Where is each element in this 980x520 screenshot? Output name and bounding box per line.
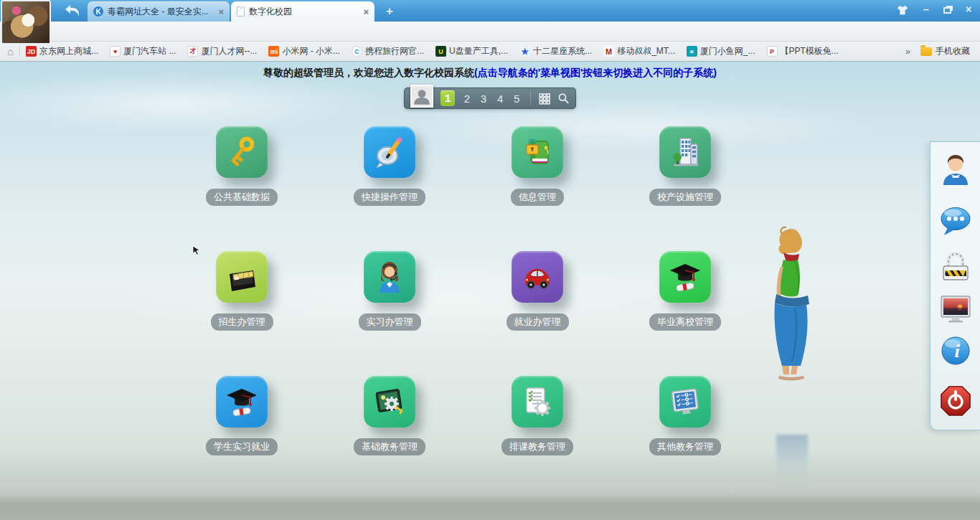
page-button-2[interactable]: 2	[462, 93, 471, 105]
file-cabinet-icon	[225, 260, 259, 294]
close-button[interactable]: ×	[961, 4, 976, 15]
woman-reflection	[776, 435, 808, 485]
bookmark-xiaomi[interactable]: mi小米网 - 小米...	[268, 45, 340, 57]
page-button-3[interactable]: 3	[479, 93, 488, 105]
bookmarks-overflow-chevron[interactable]: »	[905, 46, 910, 57]
app-grid: 公共基础数据 快捷操作管理 信息管理 校产设施管理 招生办管理 实习办管理 就业…	[168, 126, 759, 501]
standing-woman-photo	[766, 224, 816, 446]
page-button-1[interactable]: 1	[440, 90, 456, 106]
floating-sidebar	[930, 141, 980, 430]
search-icon[interactable]	[557, 92, 570, 105]
graduation-cap-icon	[668, 260, 702, 294]
app-label: 招生办管理	[211, 313, 273, 331]
display-wallpaper-icon[interactable]	[938, 291, 974, 327]
browser-titlebar: K 毒霸网址大全 - 最安全实... × 数字化校园 × + – ×	[0, 0, 980, 22]
bookmark-xiamen-bus[interactable]: ♥厦门汽车站 ...	[110, 45, 176, 57]
red-car-icon	[520, 260, 555, 294]
app-label: 就业办管理	[507, 313, 569, 331]
app-student-internship[interactable]	[216, 376, 268, 427]
restore-button[interactable]	[943, 7, 951, 14]
app-internship-office[interactable]	[364, 251, 415, 303]
duba-favicon: K	[93, 6, 103, 16]
app-label: 公共基础数据	[206, 189, 278, 206]
app-label: 校产设施管理	[649, 189, 721, 206]
tab-digital-school[interactable]: 数字化校园 ×	[231, 1, 374, 22]
app-employment-office[interactable]	[512, 251, 563, 303]
app-other-academic-affairs[interactable]	[659, 376, 711, 427]
bookmark-zodiac[interactable]: ★十二星座系统...	[519, 45, 592, 57]
theme-shirt-icon[interactable]	[896, 4, 909, 16]
divider	[19, 46, 20, 57]
new-tab-button[interactable]: +	[386, 4, 393, 19]
bookmark-folder-mobile[interactable]: 手机收藏	[920, 45, 970, 57]
app-label: 排课教务管理	[501, 438, 573, 455]
photo-gear-icon	[372, 384, 407, 419]
bookmark-xmfish[interactable]: ∝厦门小鱼网_...	[687, 45, 755, 57]
compass-pencil-icon	[372, 135, 407, 169]
back-curve-icon[interactable]	[63, 4, 82, 18]
page-button-5[interactable]: 5	[512, 93, 522, 105]
menu-view-grid-icon[interactable]	[538, 92, 551, 105]
app-course-scheduling[interactable]	[512, 376, 563, 427]
graduation-cap-icon	[225, 384, 259, 419]
tab-close-icon[interactable]: ×	[363, 6, 369, 17]
bookmarks-bar: ⌂ JD京东网上商城... ♥厦门汽车站 ... 才厦门人才网--... mi小…	[0, 42, 980, 62]
mouse-cursor	[192, 245, 201, 255]
bookmark-ppt-template[interactable]: P【PPT模板免...	[767, 45, 839, 57]
app-public-base-data[interactable]	[216, 126, 268, 178]
app-campus-facilities[interactable]	[659, 126, 711, 178]
app-information-mgmt[interactable]	[512, 126, 563, 178]
shutdown-power-icon[interactable]	[938, 383, 974, 419]
building-icon	[668, 135, 702, 169]
info-icon[interactable]	[938, 333, 974, 369]
app-basic-academic-affairs[interactable]	[364, 376, 415, 427]
document-favicon	[237, 6, 245, 16]
app-label: 快捷操作管理	[354, 189, 425, 206]
messages-chat-icon[interactable]	[938, 204, 974, 240]
minimize-button[interactable]: –	[919, 4, 933, 15]
home-icon[interactable]: ⌂	[7, 45, 14, 57]
operator-woman-icon	[372, 260, 407, 294]
bookmark-ctrip[interactable]: C携程旅行网官...	[352, 45, 424, 57]
user-avatar[interactable]	[410, 85, 433, 108]
app-label: 基础教务管理	[354, 438, 425, 455]
tab-duba[interactable]: K 毒霸网址大全 - 最安全实... ×	[88, 1, 230, 22]
notebook-lock-icon	[520, 135, 555, 169]
bookmark-xiamen-hr[interactable]: 才厦门人才网--...	[187, 45, 257, 57]
app-label: 实习办管理	[359, 313, 421, 331]
user-profile-icon[interactable]	[938, 152, 974, 188]
browser-account-avatar[interactable]	[1, 0, 51, 44]
tab-title: 数字化校园	[249, 6, 359, 18]
tablet-checklist-icon	[668, 384, 702, 419]
tab-title: 毒霸网址大全 - 最安全实...	[108, 6, 214, 18]
address-bar: ‹ 192.168.3.212:8000/digitalschool/ 惠 ★ …	[0, 22, 980, 42]
lock-screen-icon[interactable]	[938, 248, 974, 284]
person-silhouette-icon	[413, 88, 431, 106]
app-quick-operations[interactable]	[364, 126, 415, 178]
page-button-4[interactable]: 4	[496, 93, 505, 105]
folder-icon	[920, 47, 932, 56]
app-label: 学生实习就业	[206, 438, 278, 455]
bookmark-jd[interactable]: JD京东网上商城...	[26, 45, 98, 57]
app-label: 信息管理	[511, 189, 564, 206]
app-admissions-office[interactable]	[216, 251, 268, 303]
divider	[530, 92, 531, 105]
notepad-gear-icon	[520, 384, 555, 419]
bookmark-usb-tool[interactable]: UU盘量产工具,...	[435, 45, 508, 57]
app-graduation-leave[interactable]	[659, 251, 711, 303]
pagination-navbar: 1 2 3 4 5	[404, 88, 576, 109]
welcome-message: 尊敬的超级管理员，欢迎您进入数字化校园系统(点击导航条的'菜单视图'按钮来切换进…	[0, 67, 980, 80]
bookmark-mobile-uncle[interactable]: M移动叔叔_MT...	[603, 45, 675, 57]
digital-campus-page: 尊敬的超级管理员，欢迎您进入数字化校园系统(点击导航条的'菜单视图'按钮来切换进…	[0, 62, 980, 520]
app-label: 毕业离校管理	[649, 313, 721, 331]
app-label: 其他教务管理	[649, 438, 721, 455]
key-icon	[225, 135, 259, 169]
tab-close-icon[interactable]: ×	[218, 6, 224, 17]
